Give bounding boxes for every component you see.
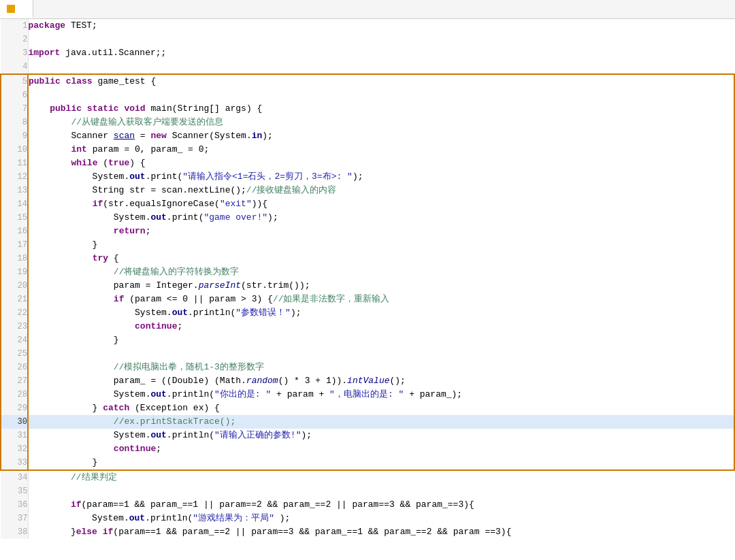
table-row: 22 System.out.println("参数错误！"); [1,306,734,320]
code-line[interactable]: //将键盘输入的字符转换为数字 [28,265,734,279]
code-line[interactable]: if (param <= 0 || param > 3) {//如果是非法数字，… [28,293,734,306]
code-line[interactable]: String str = scan.nextLine();//接收键盘输入的内容 [28,184,734,197]
code-line[interactable]: import java.util.Scanner;; [28,46,734,60]
line-number: 21 [1,293,28,306]
table-row: 10 int param = 0, param_ = 0; [1,143,734,157]
line-number: 36 [1,498,28,512]
code-line[interactable]: public static void main(String[] args) { [28,102,734,116]
table-row: 28 System.out.println("你出的是: " + param +… [1,388,734,401]
line-number: 28 [1,388,28,401]
line-number: 23 [1,320,28,333]
code-line[interactable] [28,33,734,46]
table-row: 32 continue; [1,442,734,456]
line-number: 37 [1,512,28,525]
table-row: 27 param_ = ((Double) (Math.random() * 3… [1,374,734,388]
line-number: 17 [1,238,28,252]
code-line[interactable]: if(param==1 && param_==1 || param==2 && … [28,498,734,512]
code-line[interactable]: //模拟电脑出拳，随机1-3的整形数字 [28,361,734,374]
code-line[interactable]: Scanner scan = new Scanner(System.in); [28,129,734,143]
code-line[interactable]: System.out.println("你出的是: " + param + "，… [28,388,734,401]
code-line[interactable]: return; [28,225,734,238]
line-number: 4 [1,60,28,74]
code-line[interactable]: if(str.equalsIgnoreCase("exit")){ [28,197,734,211]
code-line[interactable] [28,484,734,498]
code-line[interactable]: int param = 0, param_ = 0; [28,143,734,157]
line-number: 8 [1,116,28,129]
line-number: 32 [1,442,28,456]
file-tab[interactable] [0,0,33,18]
code-line[interactable]: try { [28,252,734,265]
line-number: 27 [1,374,28,388]
code-line[interactable]: param = Integer.parseInt(str.trim()); [28,279,734,293]
code-line[interactable]: //ex.printStackTrace(); [28,415,734,429]
table-row: 2 [1,33,734,46]
line-number: 29 [1,401,28,415]
code-line[interactable]: System.out.println("请输入正确的参数!"); [28,429,734,442]
table-row: 36 if(param==1 && param_==1 || param==2 … [1,498,734,512]
line-number: 35 [1,484,28,498]
line-number: 34 [1,470,28,484]
line-number: 1 [1,19,28,33]
line-number: 22 [1,306,28,320]
table-row: 34 //结果判定 [1,470,734,484]
code-line[interactable]: param_ = ((Double) (Math.random() * 3 + … [28,374,734,388]
table-row: 23 continue; [1,320,734,333]
code-line[interactable] [28,60,734,74]
code-line[interactable]: } catch (Exception ex) { [28,401,734,415]
code-line[interactable]: package TEST; [28,19,734,33]
table-row: 3import java.util.Scanner;; [1,46,734,60]
code-line[interactable]: System.out.print("请输入指令<1=石头，2=剪刀，3=布>: … [28,170,734,184]
line-number: 6 [1,88,28,102]
line-number: 20 [1,279,28,293]
line-number: 30 [1,415,28,429]
editor-area: 1package TEST;2 3import java.util.Scanne… [0,19,735,560]
code-line[interactable]: System.out.print("game over!"); [28,211,734,225]
tab-bar [0,0,735,19]
code-line[interactable]: //从键盘输入获取客户端要发送的信息 [28,116,734,129]
table-row: 7 public static void main(String[] args)… [1,102,734,116]
line-number: 26 [1,361,28,374]
table-row: 29 } catch (Exception ex) { [1,401,734,415]
table-row: 11 while (true) { [1,157,734,170]
line-number: 13 [1,184,28,197]
line-number: 31 [1,429,28,442]
line-number: 16 [1,225,28,238]
line-number: 7 [1,102,28,116]
table-row: 17 } [1,238,734,252]
code-line[interactable]: System.out.println("参数错误！"); [28,306,734,320]
code-line[interactable] [28,347,734,361]
line-number: 33 [1,456,28,470]
code-line[interactable]: } [28,456,734,470]
table-row: 15 System.out.print("game over!"); [1,211,734,225]
code-line[interactable]: }else if(param==1 && param_==2 || param=… [28,525,734,539]
table-row: 38 }else if(param==1 && param_==2 || par… [1,525,734,539]
code-view: 1package TEST;2 3import java.util.Scanne… [0,19,735,560]
table-row: 8 //从键盘输入获取客户端要发送的信息 [1,116,734,129]
code-line[interactable]: continue; [28,442,734,456]
table-row: 14 if(str.equalsIgnoreCase("exit")){ [1,197,734,211]
table-row: 6 [1,88,734,102]
code-line[interactable]: //结果判定 [28,470,734,484]
code-line[interactable]: continue; [28,320,734,333]
table-row: 37 System.out.println("游戏结果为：平局" ); [1,512,734,525]
table-row: 33 } [1,456,734,470]
code-line[interactable]: } [28,238,734,252]
code-line[interactable]: while (true) { [28,157,734,170]
table-row: 19 //将键盘输入的字符转换为数字 [1,265,734,279]
table-row: 1package TEST; [1,19,734,33]
java-file-icon [7,5,15,13]
table-row: 5public class game_test { [1,74,734,88]
code-line[interactable] [28,88,734,102]
table-row: 30 //ex.printStackTrace(); [1,415,734,429]
table-row: 4 [1,60,734,74]
table-row: 26 //模拟电脑出拳，随机1-3的整形数字 [1,361,734,374]
table-row: 9 Scanner scan = new Scanner(System.in); [1,129,734,143]
code-line[interactable]: System.out.println("游戏结果为：平局" ); [28,512,734,525]
table-row: 21 if (param <= 0 || param > 3) {//如果是非法… [1,293,734,306]
code-line[interactable]: public class game_test { [28,74,734,88]
code-line[interactable]: } [28,333,734,347]
line-number: 9 [1,129,28,143]
table-row: 18 try { [1,252,734,265]
line-number: 38 [1,525,28,539]
table-row: 16 return; [1,225,734,238]
